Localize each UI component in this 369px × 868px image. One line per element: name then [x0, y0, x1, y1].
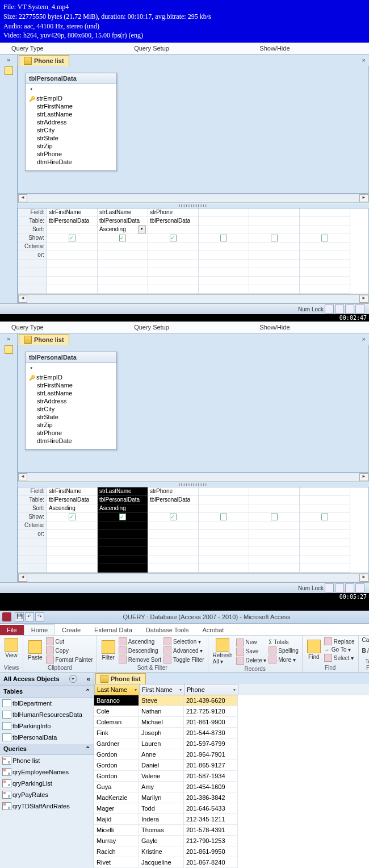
cut-button[interactable]: Cut — [46, 637, 93, 646]
cell[interactable]: Majid — [94, 814, 139, 825]
all-fields-star[interactable]: * — [28, 365, 114, 373]
cell[interactable]: 212-790-1253 — [184, 836, 238, 846]
cell[interactable]: 201-867-8240 — [184, 857, 238, 868]
query-design-surface[interactable]: tblPersonalData * strEmpIDstrFirstNamest… — [18, 66, 369, 194]
field-dtmHireDate[interactable]: dtmHireDate — [28, 437, 114, 445]
nav-filter-icon[interactable]: ⌄ — [69, 675, 77, 683]
tab-home[interactable]: Home — [24, 624, 55, 635]
nav-query-qryEmployeeNames[interactable]: qryEmployeeNames — [0, 766, 94, 778]
table-row[interactable]: ColemanMichael201-861-9900 — [94, 717, 369, 728]
save-button[interactable]: Save — [236, 647, 267, 656]
cell[interactable]: Thomas — [139, 825, 184, 836]
nav-collapse-icon[interactable]: « — [87, 675, 90, 682]
cell[interactable]: 201-646-5433 — [184, 803, 238, 814]
doc-tab-phone-list[interactable]: Phone list — [19, 334, 69, 345]
tab-external-data[interactable]: External Data — [87, 625, 139, 635]
collapse-icon[interactable]: ⌃ — [85, 688, 90, 695]
table-row[interactable]: MacKenzieMarilyn201-386-3842 — [94, 792, 369, 803]
field-strEmpID[interactable]: strEmpID — [28, 94, 114, 102]
table-row[interactable]: GuyaAmy201-454-1609 — [94, 782, 369, 792]
cell[interactable]: 201-597-6799 — [184, 738, 238, 749]
qbe-column[interactable] — [300, 208, 350, 294]
tab-query-type[interactable]: Query Type — [0, 44, 55, 53]
hscroll-lower[interactable]: ◄► — [18, 573, 369, 582]
nav-query-qryParkingList[interactable]: qryParkingList — [0, 778, 94, 789]
cell[interactable]: Jacqueline — [139, 857, 184, 868]
navigation-pane[interactable]: All Access Objects ⌄ « Tables⌃ tblDepart… — [0, 673, 94, 868]
cell[interactable]: Gordon — [94, 760, 139, 771]
show-checkbox[interactable] — [321, 235, 328, 241]
qbe-grid[interactable]: Field:Table:Sort:Show:Criteria:or: strFi… — [18, 208, 369, 294]
col-header-phone[interactable]: Phone▾ — [184, 684, 238, 695]
show-checkbox[interactable] — [271, 235, 278, 241]
scroll-left-icon[interactable]: ◄ — [18, 295, 27, 303]
view-other-icon[interactable] — [355, 304, 364, 314]
cell[interactable]: Guya — [94, 782, 139, 792]
view-other-icon[interactable] — [355, 583, 364, 592]
remove-sort-button[interactable]: Remove Sort — [119, 655, 161, 664]
dropdown-icon[interactable]: ▾ — [138, 226, 146, 233]
qat-save-icon[interactable]: 💾 — [15, 612, 24, 621]
italic-button[interactable]: I — [367, 648, 369, 654]
tab-create[interactable]: Create — [55, 625, 87, 635]
cell[interactable]: Indera — [139, 814, 184, 825]
cell[interactable]: Marilyn — [139, 792, 184, 803]
cell[interactable]: Valerie — [139, 771, 184, 782]
hscroll-upper[interactable]: ◄ ► — [18, 194, 369, 203]
field-strPhone[interactable]: strPhone — [28, 150, 114, 158]
cell[interactable]: 212-725-9120 — [184, 706, 238, 717]
collapse-icon[interactable]: ⌃ — [85, 745, 90, 753]
field-strCity[interactable]: strCity — [28, 126, 114, 134]
dropdown-icon[interactable]: ▾ — [233, 687, 236, 692]
cell[interactable]: Cole — [94, 706, 139, 717]
view-datasheet-icon[interactable] — [325, 583, 334, 592]
show-checkbox[interactable] — [170, 514, 177, 520]
cell[interactable]: Racich — [94, 846, 139, 857]
table-row[interactable]: GardnerLauren201-597-6799 — [94, 738, 369, 749]
qbe-column[interactable] — [199, 487, 249, 573]
cell[interactable]: 201-386-3842 — [184, 792, 238, 803]
cell[interactable]: 201-861-9900 — [184, 717, 238, 728]
field-strState[interactable]: strState — [28, 134, 114, 142]
close-tab-icon[interactable]: × — [362, 57, 366, 64]
field-strState[interactable]: strState — [28, 413, 114, 421]
cell[interactable]: Daniel — [139, 760, 184, 771]
qbe-grid[interactable]: Field:Table:Sort:Show:Criteria:or: strFi… — [18, 487, 369, 573]
table-row[interactable]: MagerTodd201-646-5433 — [94, 803, 369, 814]
find-button[interactable]: Find — [306, 639, 322, 661]
filter-button[interactable]: Filter — [100, 639, 116, 662]
query-design-surface[interactable]: tblPersonalData * strEmpIDstrFirstNamest… — [18, 345, 369, 473]
doc-tab-phone-list[interactable]: Phone list — [95, 673, 146, 684]
more-button[interactable]: More ▾ — [269, 655, 299, 664]
toggle-filter-button[interactable]: Toggle Filter — [163, 655, 204, 664]
field-strZip[interactable]: strZip — [28, 142, 114, 150]
cell[interactable]: Amy — [139, 782, 184, 792]
cell[interactable]: Steve — [139, 695, 184, 706]
cell[interactable]: MacKenzie — [94, 792, 139, 803]
selection-button[interactable]: Selection ▾ — [163, 637, 204, 646]
expand-nav-icon[interactable]: » — [7, 57, 10, 63]
cell[interactable]: Joseph — [139, 728, 184, 738]
view-design-icon[interactable] — [335, 304, 344, 314]
cell[interactable]: Baranco — [94, 695, 139, 706]
datasheet[interactable]: Phone list Last Name▾ First Name▾ Phone▾… — [94, 673, 369, 868]
qbe-column[interactable]: strFirstNametblPersonalData — [47, 208, 98, 294]
show-checkbox[interactable] — [220, 235, 227, 241]
cell[interactable]: 201-439-6620 — [184, 695, 238, 706]
tab-query-setup[interactable]: Query Setup — [123, 323, 181, 332]
col-header-first-name[interactable]: First Name▾ — [140, 684, 184, 695]
cell[interactable]: 201-587-1934 — [184, 771, 238, 782]
show-checkbox[interactable] — [220, 514, 227, 520]
nav-query-qryTDStaffAndRates[interactable]: qryTDStaffAndRates — [0, 800, 94, 812]
qat-redo-icon[interactable]: ↷ — [35, 612, 44, 621]
tab-query-type[interactable]: Query Type — [0, 323, 55, 332]
field-strFirstName[interactable]: strFirstName — [28, 381, 114, 389]
bold-button[interactable]: B — [362, 648, 366, 654]
scroll-left-icon[interactable]: ◄ — [18, 574, 27, 582]
show-checkbox[interactable] — [69, 235, 76, 241]
splitter[interactable] — [18, 203, 369, 208]
paste-button[interactable]: Paste — [27, 639, 44, 662]
nav-table-tblDepartment[interactable]: tblDepartment — [0, 698, 94, 709]
cell[interactable]: 201-544-8730 — [184, 728, 238, 738]
new-button[interactable]: New — [236, 638, 267, 647]
